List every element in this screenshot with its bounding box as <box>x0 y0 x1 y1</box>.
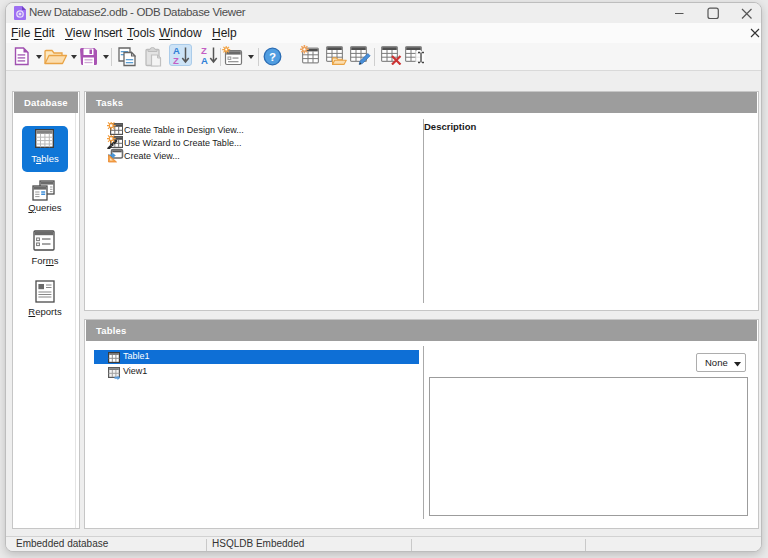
svg-text:Z: Z <box>173 55 179 66</box>
svg-text:A: A <box>201 55 208 66</box>
svg-text:?: ? <box>269 51 276 63</box>
